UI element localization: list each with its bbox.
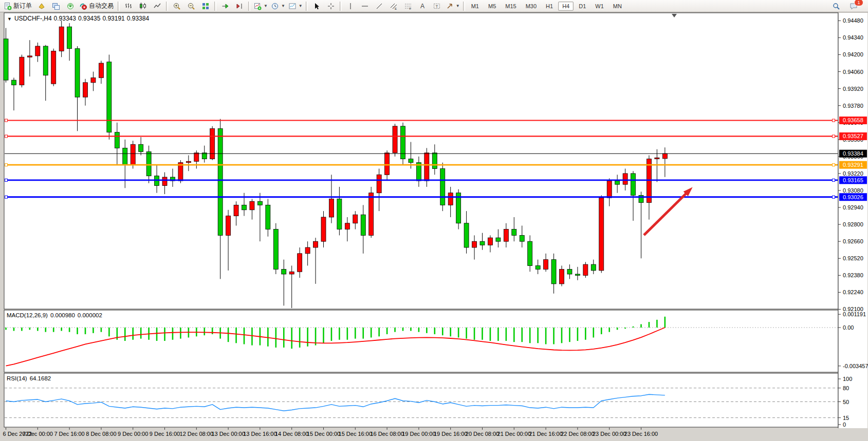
- chart-title: ▼USDCHF-,H40.933430.934350.931910.93384: [7, 15, 151, 22]
- zoom-out-button[interactable]: [184, 1, 198, 12]
- tf-m1-button[interactable]: M1: [467, 2, 483, 11]
- candlestick-button[interactable]: [136, 1, 150, 12]
- svg-text:0.94340: 0.94340: [843, 34, 863, 41]
- svg-text:7 Dec 16:00: 7 Dec 16:00: [54, 431, 84, 437]
- svg-text:12 Dec 08:00: 12 Dec 08:00: [180, 431, 213, 437]
- macd-name: MACD(12,26,9): [7, 312, 48, 318]
- dropdown-arrow-icon: ▼: [281, 4, 285, 8]
- chart-symbol-period: USDCHF-,H4: [14, 15, 52, 22]
- chart-shift-button[interactable]: [232, 1, 247, 12]
- line-handle[interactable]: [833, 135, 835, 138]
- templates-button[interactable]: ▼: [287, 1, 304, 12]
- horizontal-line-button[interactable]: [358, 1, 372, 12]
- trendline-icon: [375, 2, 383, 10]
- tf-w1-button[interactable]: W1: [591, 2, 608, 11]
- main-toolbar: 新订单自动交易▼▼▼EFAT▼M1M5M15M30H1H4D1W1MN 1: [0, 0, 868, 12]
- svg-text:0.93165: 0.93165: [843, 177, 863, 183]
- signal-button[interactable]: [63, 1, 78, 12]
- dropdown-arrow-icon: ▼: [264, 4, 268, 8]
- tf-h1-button[interactable]: H1: [542, 2, 557, 11]
- autotrade-button[interactable]: 自动交易: [78, 1, 116, 12]
- line-handle[interactable]: [5, 119, 8, 122]
- quotes-button[interactable]: [34, 1, 49, 12]
- cursor-button[interactable]: [309, 1, 324, 12]
- tf-m30-button[interactable]: M30: [522, 2, 541, 11]
- line-handle[interactable]: [5, 164, 8, 166]
- line-handle[interactable]: [833, 179, 835, 181]
- svg-text:0.93527: 0.93527: [843, 133, 863, 139]
- svg-text:7 Dec 00:00: 7 Dec 00:00: [23, 431, 53, 437]
- horizontal-line-icon: [361, 2, 369, 10]
- cursor-icon: [312, 2, 321, 10]
- line-handle[interactable]: [5, 179, 8, 181]
- svg-text:80: 80: [843, 385, 849, 391]
- svg-text:0.92660: 0.92660: [843, 238, 863, 244]
- toolbar-separator: [340, 2, 342, 11]
- svg-text:F: F: [409, 7, 411, 10]
- periods-button[interactable]: ▼: [269, 1, 287, 12]
- zoom-in-button[interactable]: [170, 1, 184, 12]
- svg-text:0.93220: 0.93220: [843, 170, 863, 177]
- templates-icon: [288, 2, 297, 10]
- tf-mn-button[interactable]: MN: [609, 2, 626, 11]
- label-button[interactable]: T: [430, 1, 444, 12]
- charts-button[interactable]: [49, 1, 63, 12]
- line-handle[interactable]: [5, 196, 8, 198]
- text-button[interactable]: A: [415, 1, 430, 12]
- line-handle[interactable]: [833, 119, 835, 122]
- rsi-name: RSI(14): [7, 375, 27, 381]
- tf-m5-button[interactable]: M5: [484, 2, 500, 11]
- svg-text:8 Dec 08:00: 8 Dec 08:00: [86, 431, 116, 437]
- tile-windows-button[interactable]: [198, 1, 213, 12]
- notification-badge: 1: [854, 0, 863, 6]
- notifications-button[interactable]: 1: [846, 1, 861, 12]
- svg-text:9 Dec 00:00: 9 Dec 00:00: [118, 431, 148, 437]
- arrows-icon: [446, 2, 454, 10]
- line-handle[interactable]: [833, 196, 835, 198]
- tf-d1-button[interactable]: D1: [575, 2, 590, 11]
- ohlc-low: 0.93191: [102, 15, 124, 22]
- auto-scroll-icon: [221, 2, 229, 10]
- svg-text:23 Dec 16:00: 23 Dec 16:00: [624, 431, 658, 437]
- arrows-button[interactable]: ▼: [444, 1, 461, 12]
- svg-text:0.94200: 0.94200: [843, 51, 863, 57]
- bar-chart-icon: [124, 2, 133, 10]
- line-handle[interactable]: [833, 164, 835, 166]
- svg-text:T: T: [435, 4, 438, 9]
- svg-text:-0.003457: -0.003457: [843, 363, 868, 369]
- zoom-in-icon: [173, 2, 181, 10]
- line-handle[interactable]: [5, 135, 8, 138]
- quotes-icon: [38, 2, 46, 10]
- svg-text:20 Dec 08:00: 20 Dec 08:00: [466, 431, 499, 437]
- toolbar-separator: [214, 2, 216, 11]
- new-order-button[interactable]: 新订单: [2, 1, 34, 12]
- trendline-button[interactable]: [372, 1, 386, 12]
- svg-text:A: A: [420, 3, 424, 10]
- crosshair-icon: [327, 2, 335, 10]
- svg-text:22 Dec 08:00: 22 Dec 08:00: [561, 431, 594, 437]
- svg-text:9 Dec 16:00: 9 Dec 16:00: [150, 431, 180, 437]
- bar-chart-button[interactable]: [121, 1, 136, 12]
- toolbar-separator: [118, 2, 120, 11]
- indicators-button[interactable]: ▼: [252, 1, 269, 12]
- price-chart-canvas[interactable]: 0.944800.943400.942000.940600.939200.937…: [0, 0, 868, 441]
- svg-text:E: E: [395, 7, 397, 10]
- crosshair-button[interactable]: [324, 1, 338, 12]
- auto-scroll-button[interactable]: [218, 1, 232, 12]
- vertical-line-button[interactable]: [343, 1, 358, 12]
- svg-text:23 Dec 00:00: 23 Dec 00:00: [593, 431, 626, 437]
- tf-h4-button[interactable]: H4: [558, 2, 574, 11]
- svg-text:0.92800: 0.92800: [843, 221, 863, 227]
- svg-text:0.001191: 0.001191: [843, 311, 866, 317]
- line-chart-button[interactable]: [150, 1, 164, 12]
- line-chart-icon: [153, 2, 161, 10]
- channel-button[interactable]: E: [386, 1, 401, 12]
- fibonacci-button[interactable]: F: [401, 1, 415, 12]
- chart-collapse-icon[interactable]: ▼: [7, 16, 12, 22]
- svg-text:21 Dec 00:00: 21 Dec 00:00: [497, 431, 531, 437]
- search-button[interactable]: [829, 1, 843, 12]
- tf-m15-button[interactable]: M15: [501, 2, 520, 11]
- new-order-label: 新订单: [13, 2, 33, 10]
- charts-icon: [52, 2, 60, 10]
- toolbar-right-group: 1: [829, 1, 866, 12]
